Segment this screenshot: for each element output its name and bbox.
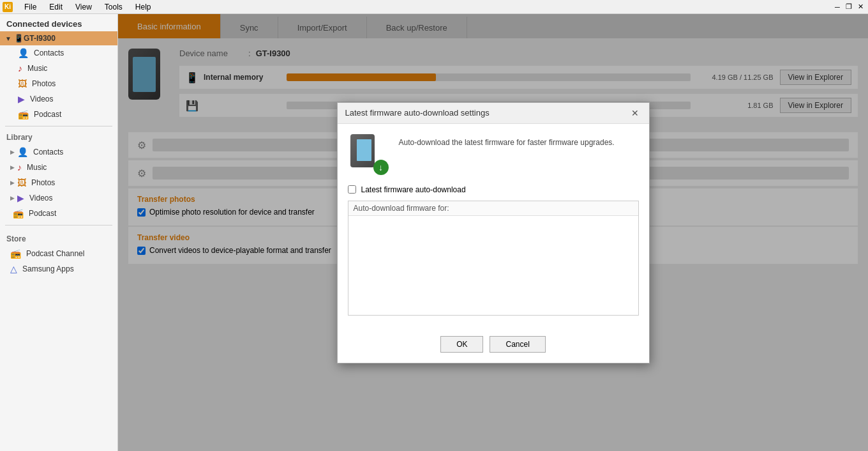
sidebar-item-photos[interactable]: 🖼 Photos: [0, 76, 117, 91]
sidebar-item-photos-label: Photos: [32, 79, 56, 88]
modal-textarea-container: Auto-download firmware for:: [348, 201, 639, 316]
lib-contacts-icon: 👤: [17, 147, 28, 157]
library-photos[interactable]: ▶ 🖼 Photos: [0, 175, 117, 190]
podcast-icon: 📻: [18, 109, 29, 119]
connected-devices-heading: Connected devices: [0, 14, 117, 31]
store-podcast-icon: 📻: [10, 248, 21, 259]
maximize-button[interactable]: ❐: [844, 2, 854, 12]
phone-icon-body: [350, 134, 375, 167]
modal-textarea[interactable]: [348, 216, 638, 313]
modal-icon: ↓: [348, 134, 389, 175]
window-controls: ─ ❐ ✕: [832, 2, 865, 12]
modal-header-row: ↓ Auto-download the latest firmware for …: [348, 134, 639, 175]
phone-icon-screen: [357, 139, 371, 161]
store-samsung-label: Samsung Apps: [22, 264, 74, 273]
device-expand-arrow: ▼: [5, 35, 11, 42]
modal-overlay: Latest firmware auto-download settings ✕: [118, 14, 868, 451]
device-item[interactable]: ▼ 📱 GT-I9300: [0, 31, 117, 45]
store-podcast-channel[interactable]: 📻 Podcast Channel: [0, 246, 117, 261]
modal-footer: OK Cancel: [338, 336, 649, 363]
contacts-icon: 👤: [18, 48, 29, 58]
lib-contacts-label: Contacts: [33, 148, 63, 157]
lib-videos-arrow: ▶: [10, 195, 15, 201]
lib-contacts-arrow: ▶: [10, 149, 15, 155]
menu-help[interactable]: Help: [131, 1, 155, 13]
library-contacts[interactable]: ▶ 👤 Contacts: [0, 144, 117, 160]
content-area: Basic information Sync Import/Export Bac…: [118, 14, 868, 451]
modal-title: Latest firmware auto-download settings: [345, 108, 490, 118]
menu-file[interactable]: File: [20, 1, 40, 13]
sidebar-item-music[interactable]: ♪ Music: [0, 61, 117, 76]
title-bar: Ki File Edit View Tools Help ─ ❐ ✕: [0, 0, 868, 14]
modal-autodownload-label: Latest firmware auto-download: [361, 185, 466, 194]
sidebar-item-podcast-label: Podcast: [34, 110, 61, 119]
sidebar-item-contacts-label: Contacts: [34, 49, 64, 57]
lib-music-icon: ♪: [17, 162, 22, 172]
title-bar-left: Ki File Edit View Tools Help: [3, 1, 155, 13]
lib-music-label: Music: [27, 163, 47, 172]
modal-body: ↓ Auto-download the latest firmware for …: [338, 124, 649, 336]
modal-description: Auto-download the latest firmware for fa…: [399, 134, 615, 148]
photos-icon: 🖼: [18, 79, 27, 89]
library-videos[interactable]: ▶ ▶ Videos: [0, 190, 117, 206]
menu-edit[interactable]: Edit: [45, 1, 66, 13]
sidebar: Connected devices ▼ 📱 GT-I9300 👤 Contact…: [0, 14, 118, 451]
modal-close-button[interactable]: ✕: [629, 107, 641, 119]
modal-icon-container: ↓: [348, 134, 389, 175]
download-arrow-icon: ↓: [373, 160, 389, 175]
close-button[interactable]: ✕: [855, 2, 865, 12]
modal-cancel-button[interactable]: Cancel: [490, 336, 545, 353]
device-icon: 📱: [14, 34, 24, 43]
sidebar-item-podcast[interactable]: 📻 Podcast: [0, 107, 117, 122]
minimize-button[interactable]: ─: [832, 2, 842, 12]
device-name: GT-I9300: [24, 34, 56, 43]
modal-ok-button[interactable]: OK: [440, 336, 483, 353]
library-music[interactable]: ▶ ♪ Music: [0, 160, 117, 175]
menu-view[interactable]: View: [71, 1, 96, 13]
lib-videos-icon: ▶: [17, 193, 24, 203]
library-heading: Library: [0, 130, 117, 144]
lib-podcast-icon: 📻: [13, 208, 24, 218]
sidebar-item-videos-label: Videos: [30, 95, 53, 103]
lib-photos-arrow: ▶: [10, 180, 15, 186]
modal-dialog: Latest firmware auto-download settings ✕: [337, 102, 650, 363]
lib-music-arrow: ▶: [10, 164, 15, 171]
store-samsung-icon: △: [10, 264, 17, 274]
store-podcast-label: Podcast Channel: [26, 249, 84, 258]
modal-autodownload-checkbox-row[interactable]: Latest firmware auto-download: [348, 185, 639, 194]
videos-icon: ▶: [18, 94, 25, 104]
main-layout: Connected devices ▼ 📱 GT-I9300 👤 Contact…: [0, 14, 868, 451]
store-heading: Store: [0, 229, 117, 246]
app-logo: Ki: [3, 2, 13, 12]
modal-autodownload-checkbox[interactable]: [348, 185, 356, 194]
sidebar-divider-2: [5, 225, 112, 226]
menu-tools[interactable]: Tools: [101, 1, 126, 13]
modal-titlebar: Latest firmware auto-download settings ✕: [338, 103, 649, 124]
sidebar-item-videos[interactable]: ▶ Videos: [0, 91, 117, 107]
sidebar-divider-1: [5, 126, 112, 126]
lib-photos-icon: 🖼: [17, 178, 26, 188]
modal-textarea-label: Auto-download firmware for:: [348, 201, 638, 216]
lib-videos-label: Videos: [29, 194, 52, 203]
library-podcast[interactable]: 📻 Podcast: [0, 206, 117, 221]
menu-bar: File Edit View Tools Help: [20, 1, 155, 13]
lib-photos-label: Photos: [31, 178, 55, 187]
lib-podcast-label: Podcast: [29, 209, 56, 218]
sidebar-item-music-label: Music: [27, 64, 47, 73]
music-icon: ♪: [18, 63, 22, 73]
store-samsung-apps[interactable]: △ Samsung Apps: [0, 261, 117, 277]
sidebar-item-contacts[interactable]: 👤 Contacts: [0, 45, 117, 61]
